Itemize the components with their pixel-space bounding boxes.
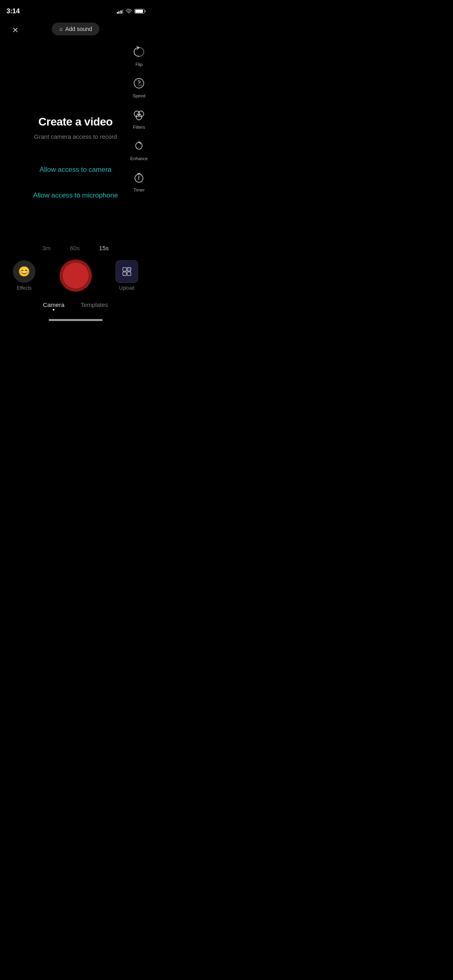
timer-label: Timer <box>133 187 145 192</box>
svg-point-4 <box>138 111 144 117</box>
allow-camera-button[interactable]: Allow access to camera <box>15 160 136 179</box>
svg-rect-9 <box>127 268 131 271</box>
duration-3m[interactable]: 3m <box>39 243 54 253</box>
svg-point-0 <box>128 13 129 14</box>
status-icons <box>117 9 145 14</box>
svg-rect-10 <box>123 272 126 276</box>
duration-15s[interactable]: 15s <box>96 243 112 253</box>
right-controls: Flip OFF Speed Filters <box>130 43 148 192</box>
home-bar <box>49 319 103 321</box>
svg-rect-11 <box>127 272 131 276</box>
upload-icon <box>116 260 138 283</box>
effects-label: Effects <box>17 285 31 291</box>
add-sound-button[interactable]: ♫ Add sound <box>52 23 99 35</box>
wifi-icon <box>126 9 132 14</box>
speed-label: Speed <box>132 93 145 98</box>
close-icon: × <box>12 25 18 35</box>
upload-button[interactable]: Upload <box>116 260 138 291</box>
timer-control[interactable]: 3 Timer <box>130 169 147 192</box>
enhance-icon <box>130 138 147 154</box>
speed-control[interactable]: OFF Speed <box>130 75 147 98</box>
close-button[interactable]: × <box>6 21 24 39</box>
tab-templates[interactable]: Templates <box>81 300 108 310</box>
svg-rect-8 <box>123 268 126 271</box>
filters-icon <box>130 106 147 123</box>
record-button[interactable] <box>60 259 92 292</box>
flip-label: Flip <box>135 62 143 67</box>
bottom-section: 3m 60s 15s 😊 Effects Upload Came <box>0 243 151 327</box>
enhance-control[interactable]: Enhance <box>130 138 148 161</box>
filters-control[interactable]: Filters <box>130 106 147 130</box>
speed-icon: OFF <box>130 75 147 92</box>
allow-microphone-button[interactable]: Allow access to microphone <box>15 186 136 205</box>
flip-control[interactable]: Flip <box>130 43 147 67</box>
signal-icon <box>117 9 124 14</box>
effects-button[interactable]: 😊 Effects <box>13 260 35 291</box>
record-row: 😊 Effects Upload <box>0 259 151 300</box>
effects-icon: 😊 <box>13 260 35 283</box>
svg-point-5 <box>136 114 142 120</box>
home-indicator <box>0 313 151 327</box>
tab-camera[interactable]: Camera <box>43 300 64 310</box>
status-time: 3:14 <box>6 7 20 15</box>
flip-icon <box>130 43 147 60</box>
create-video-title: Create a video <box>15 115 136 128</box>
bottom-nav: Camera Templates <box>0 300 151 313</box>
svg-text:3: 3 <box>138 177 139 180</box>
enhance-label: Enhance <box>130 156 148 161</box>
main-content: Create a video Grant camera access to re… <box>15 115 136 212</box>
battery-icon <box>134 9 145 14</box>
svg-text:OFF: OFF <box>138 84 143 86</box>
upload-label: Upload <box>119 285 134 291</box>
add-sound-label: Add sound <box>65 26 92 32</box>
music-note-icon: ♫ <box>59 26 63 32</box>
duration-tabs: 3m 60s 15s <box>0 243 151 259</box>
filters-label: Filters <box>133 125 145 130</box>
status-bar: 3:14 <box>0 0 151 18</box>
duration-60s[interactable]: 60s <box>67 243 83 253</box>
create-video-subtitle: Grant camera access to record <box>15 133 136 140</box>
timer-icon: 3 <box>130 169 147 186</box>
record-button-inner <box>63 263 89 288</box>
